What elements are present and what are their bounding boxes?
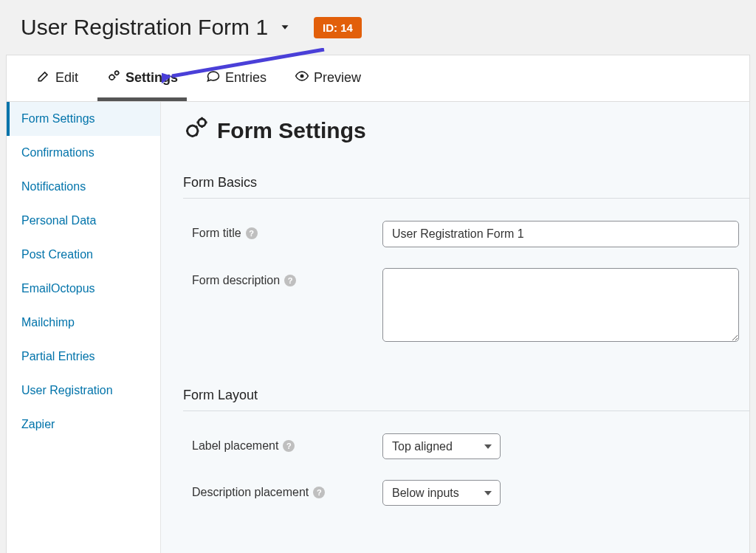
form-title-input[interactable] [382,221,739,247]
form-description-input[interactable] [382,268,739,342]
help-icon[interactable]: ? [283,440,295,452]
sidebar-item-emailoctopus[interactable]: EmailOctopus [7,272,160,306]
main-area: Form Settings Confirmations Notification… [6,101,750,553]
description-placement-select[interactable]: Below inputs [382,480,501,506]
section-form-basics: Form Basics [183,175,749,199]
form-id-badge: ID: 14 [314,17,362,38]
sidebar-item-partial-entries[interactable]: Partial Entries [7,340,160,374]
tab-settings[interactable]: Settings [97,55,187,101]
help-icon[interactable]: ? [284,275,296,286]
section-form-layout: Form Layout [183,388,749,411]
pencil-icon [36,69,51,87]
sidebar-item-label: Partial Entries [21,350,95,363]
form-selector-chevron[interactable] [278,21,292,34]
sidebar-item-zapier[interactable]: Zapier [7,408,160,442]
tab-preview[interactable]: Preview [286,55,370,101]
sidebar-item-label: EmailOctopus [21,282,95,295]
header-bar: User Registration Form 1 ID: 14 [0,0,756,49]
field-label: Form title ? [183,221,382,240]
help-icon[interactable]: ? [246,227,258,239]
tab-preview-label: Preview [314,70,361,86]
svg-point-5 [199,119,206,126]
label-placement-select[interactable]: Top aligned [382,433,501,459]
sidebar-item-label: User Registration [21,384,113,396]
field-label: Label placement ? [183,433,382,453]
sidebar-item-personal-data[interactable]: Personal Data [7,204,160,238]
field-form-description: Form description ? [183,268,749,345]
svg-point-0 [109,75,114,80]
tab-entries-label: Entries [225,70,267,86]
sidebar-item-label: Personal Data [21,214,96,227]
tab-bar: Edit Settings Entries Preview [6,55,750,101]
sidebar-item-label: Zapier [21,418,55,430]
tab-settings-label: Settings [126,70,178,86]
label-text: Form description [192,274,280,287]
tab-entries[interactable]: Entries [197,55,275,101]
field-label: Description placement ? [183,480,382,499]
sidebar-item-confirmations[interactable]: Confirmations [7,136,160,170]
sidebar-item-label: Mailchimp [21,316,75,329]
content-heading: Form Settings [183,115,749,145]
svg-point-2 [300,75,304,78]
sidebar-item-form-settings[interactable]: Form Settings [7,102,160,136]
sidebar-item-label: Notifications [21,180,86,193]
sidebar-item-label: Form Settings [21,112,95,125]
field-label-placement: Label placement ? Top aligned [183,433,749,459]
field-label: Form description ? [183,268,382,287]
help-icon[interactable]: ? [313,487,325,498]
sidebar-item-mailchimp[interactable]: Mailchimp [7,306,160,340]
content-heading-text: Form Settings [217,118,366,143]
label-text: Form title [192,227,241,240]
svg-point-1 [115,71,119,75]
eye-icon [295,69,309,87]
sidebar-item-label: Confirmations [21,146,94,159]
gears-icon [183,115,208,145]
label-text: Description placement [192,486,309,499]
sidebar-item-label: Post Creation [21,248,93,261]
tab-edit[interactable]: Edit [27,55,87,101]
sidebar-item-user-registration[interactable]: User Registration [7,374,160,408]
settings-sidebar: Form Settings Confirmations Notification… [7,102,161,553]
label-text: Label placement [192,439,278,453]
sidebar-item-post-creation[interactable]: Post Creation [7,238,160,272]
chat-icon [206,69,221,87]
page-title: User Registration Form 1 [21,15,268,40]
settings-content: Form Settings Form Basics Form title ? F… [161,102,749,553]
field-form-title: Form title ? [183,221,749,247]
sidebar-item-notifications[interactable]: Notifications [7,170,160,204]
gears-icon [106,69,121,87]
field-description-placement: Description placement ? Below inputs [183,480,749,506]
tab-edit-label: Edit [55,70,78,86]
